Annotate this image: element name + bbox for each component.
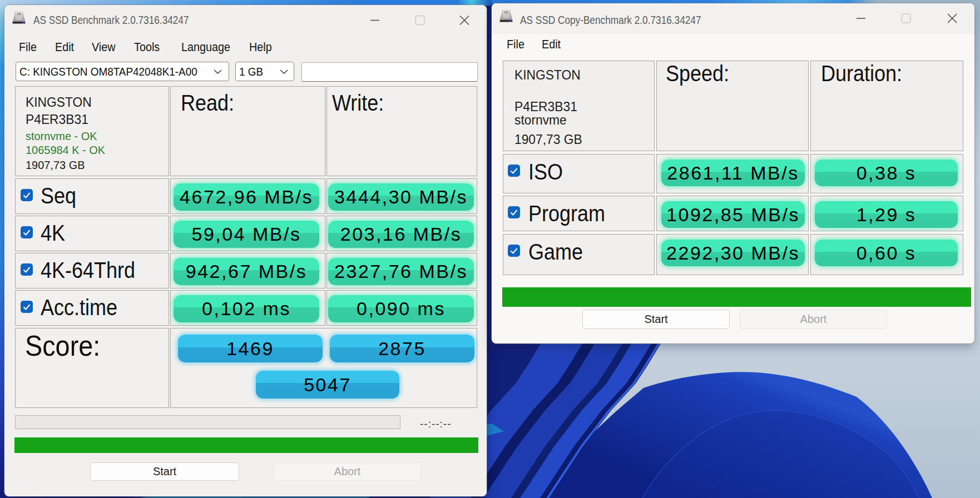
svg-text:AS: AS xyxy=(504,11,508,14)
svg-text:AS: AS xyxy=(17,12,21,16)
